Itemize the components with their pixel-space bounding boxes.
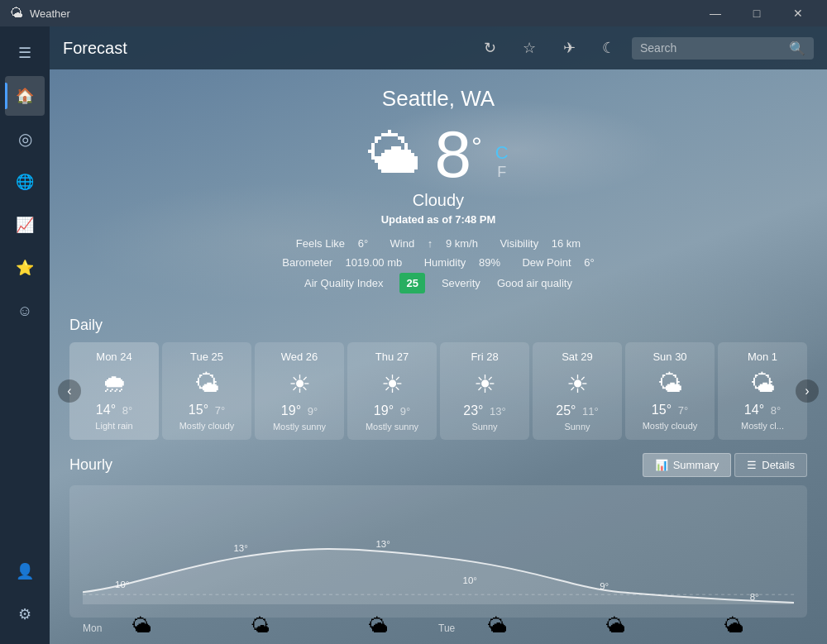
titlebar: 🌤 Weather — □ ✕: [0, 0, 827, 26]
day-condition: Sunny: [447, 422, 523, 432]
day-temps: 14° 8°: [76, 403, 152, 417]
day-condition: Mostly cloudy: [632, 421, 708, 431]
update-time: Updated as of 7:48 PM: [69, 213, 807, 226]
severity-value: Good air quality: [497, 274, 572, 293]
daily-grid: Mon 24 🌧 14° 8° Light rain Tue 25 🌤 15° …: [69, 342, 807, 440]
sidebar-item-home[interactable]: 🏠: [5, 76, 45, 116]
search-input[interactable]: [640, 41, 789, 55]
home-icon: 🏠: [16, 87, 34, 105]
visibility-label: Visibility: [500, 237, 538, 250]
day-temps: 23° 13°: [447, 403, 523, 418]
sidebar-item-feedback[interactable]: ☺: [5, 291, 45, 331]
forecast-icon: ◎: [18, 129, 32, 149]
hourly-chart: 10° 13° 13° 10° 9° 8° 🌥 🌤: [69, 485, 807, 618]
day-card-3[interactable]: Thu 27 ☀ 19° 9° Mostly sunny: [347, 342, 437, 440]
day-weather-icon: ☀: [354, 370, 430, 398]
wind-arrow-icon: ↑: [428, 237, 433, 250]
search-icon[interactable]: 🔍: [789, 41, 805, 56]
sidebar-item-maps[interactable]: 🌐: [5, 162, 45, 202]
day-high: 15°: [189, 403, 208, 417]
humidity-label: Humidity: [424, 256, 466, 269]
account-icon: 👤: [16, 562, 34, 580]
day-label: Sun 30: [632, 351, 708, 363]
celsius-button[interactable]: C: [495, 142, 509, 164]
day-card-6[interactable]: Sun 30 🌤 15° 7° Mostly cloudy: [625, 342, 715, 440]
refresh-icon: ↻: [484, 39, 496, 57]
daily-scroll-container: ‹ Mon 24 🌧 14° 8° Light rain Tue 25 🌤 15…: [69, 342, 807, 440]
day-card-5[interactable]: Sat 29 ☀ 25° 11° Sunny: [533, 342, 622, 440]
daily-prev-button[interactable]: ‹: [58, 379, 81, 403]
day-card-7[interactable]: Mon 1 🌤 14° 8° Mostly cl...: [718, 342, 807, 440]
day-label: Wed 26: [261, 351, 337, 363]
day-card-1[interactable]: Tue 25 🌤 15° 7° Mostly cloudy: [162, 342, 251, 440]
day-label: Tue 25: [169, 351, 245, 363]
aqi-row: Air Quality Index 25 Severity Good air q…: [69, 273, 807, 293]
day-temps: 25° 11°: [539, 403, 615, 418]
day-high: 19°: [374, 403, 394, 417]
aqi-badge: 25: [399, 273, 424, 293]
day-weather-icon: ☀: [261, 370, 337, 398]
sidebar-account-button[interactable]: 👤: [5, 551, 45, 591]
favorites-icon: ⭐: [16, 259, 34, 277]
sidebar-item-forecast[interactable]: ◎: [5, 119, 45, 159]
favorites-button[interactable]: ☆: [513, 31, 546, 64]
content-area: Seattle, WA 🌥 8 ° C F Cloudy Updated as …: [50, 69, 827, 644]
app-container: ☰ 🏠 ◎ 🌐 📈 ⭐ ☺ 👤 ⚙: [0, 26, 827, 644]
sidebar-item-charts[interactable]: 📈: [5, 205, 45, 245]
day-high: 14°: [744, 403, 764, 417]
temperature-units: C F: [495, 142, 509, 181]
app-title: Weather: [30, 7, 696, 20]
feels-like-value: 6°: [358, 237, 368, 250]
dew-point-value: 6°: [584, 256, 594, 269]
day-label: Mon 1: [724, 351, 801, 363]
sidebar: ☰ 🏠 ◎ 🌐 📈 ⭐ ☺ 👤 ⚙: [0, 26, 50, 644]
day-card-2[interactable]: Wed 26 ☀ 19° 9° Mostly sunny: [255, 342, 344, 440]
weather-details: Feels Like 6° Wind ↑ 9 km/h Visibility 1…: [69, 234, 807, 293]
sidebar-settings-button[interactable]: ⚙: [5, 594, 45, 634]
details-button[interactable]: ☰ Details: [734, 453, 807, 477]
maps-icon: 🌐: [16, 173, 34, 191]
sidebar-item-favorites[interactable]: ⭐: [5, 248, 45, 288]
city-name: Seattle, WA: [69, 86, 807, 112]
minimize-button[interactable]: —: [696, 0, 734, 26]
menu-icon: ☰: [18, 44, 31, 62]
sidebar-menu-button[interactable]: ☰: [5, 33, 45, 73]
summary-button[interactable]: 📊 Summary: [643, 453, 732, 477]
temperature-section: 🌥 8 ° C F: [69, 122, 807, 188]
dew-point-label: Dew Point: [522, 256, 571, 269]
daily-next-button[interactable]: ›: [796, 379, 819, 403]
fahrenheit-button[interactable]: F: [495, 164, 509, 181]
day-label: Thu 27: [354, 351, 430, 363]
day-temps: 19° 9°: [261, 403, 337, 418]
details-icon: ☰: [747, 459, 757, 471]
day-card-4[interactable]: Fri 28 ☀ 23° 13° Sunny: [440, 342, 529, 440]
main-area: Forecast ↻ ☆ ✈ ☾ 🔍: [50, 26, 827, 644]
header-bar: Forecast ↻ ☆ ✈ ☾ 🔍: [50, 26, 827, 69]
temperature-value: 8: [434, 122, 471, 188]
visibility-value: 16 km: [552, 237, 581, 250]
chart-svg: 10° 13° 13° 10° 9° 8°: [83, 499, 794, 604]
severity-label: Severity: [442, 274, 480, 293]
day-low: 7°: [215, 404, 225, 417]
day-temps: 14° 8°: [724, 403, 801, 417]
header-actions: ↻ ☆ ✈ ☾ 🔍: [473, 31, 814, 64]
hourly-icons-row: 🌥 🌤 🌥 🌥 🌥 🌥: [83, 608, 794, 637]
temp-label-2: 13°: [233, 542, 247, 553]
day-condition: Mostly sunny: [354, 422, 430, 432]
day-weather-icon: 🌤: [724, 370, 801, 398]
day-condition: Mostly cloudy: [169, 421, 245, 431]
hourly-section-title: Hourly: [69, 456, 643, 474]
refresh-button[interactable]: ↻: [473, 31, 506, 64]
barometer-label: Barometer: [282, 256, 332, 269]
day-temps: 15° 7°: [169, 403, 245, 417]
close-button[interactable]: ✕: [779, 0, 817, 26]
charts-icon: 📈: [16, 216, 34, 234]
day-high: 14°: [96, 403, 116, 417]
day-condition: Mostly cl...: [724, 421, 801, 431]
pin-button[interactable]: ✈: [552, 31, 586, 64]
day-card-0[interactable]: Mon 24 🌧 14° 8° Light rain: [69, 342, 159, 440]
night-mode-button[interactable]: ☾: [592, 31, 625, 64]
window-controls: — □ ✕: [696, 0, 817, 26]
summary-label: Summary: [673, 459, 719, 471]
maximize-button[interactable]: □: [738, 0, 776, 26]
